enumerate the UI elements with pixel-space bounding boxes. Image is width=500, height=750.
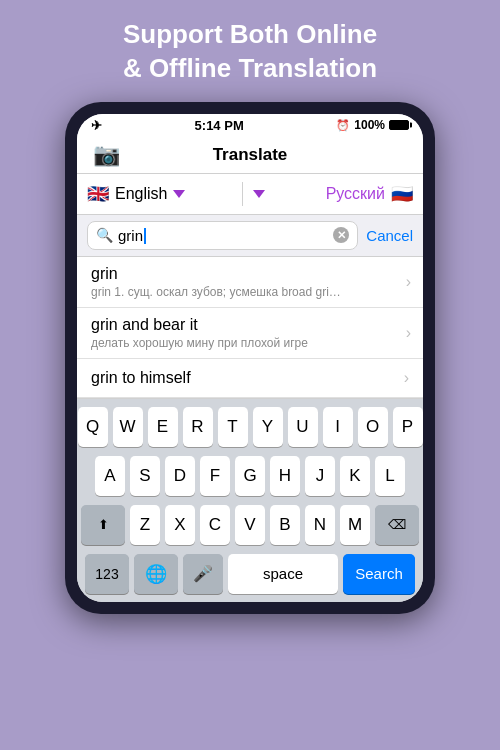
banner: Support Both Online & Offline Translatio… [0, 0, 500, 102]
key-Z[interactable]: Z [130, 505, 160, 545]
chevron-right-icon: › [406, 273, 411, 291]
alarm-icon: ⏰ [336, 119, 350, 132]
flag-english: 🇬🇧 [87, 183, 109, 205]
banner-line1: Support Both Online [20, 18, 480, 52]
key-X[interactable]: X [165, 505, 195, 545]
keyboard-row-3: ⬆ Z X C V B N M ⌫ [81, 505, 419, 545]
key-C[interactable]: C [200, 505, 230, 545]
battery-pct: 100% [354, 118, 385, 132]
lang-left[interactable]: 🇬🇧 English [87, 183, 232, 205]
language-row: 🇬🇧 English Русский 🇷🇺 [77, 174, 423, 215]
result-def: делать хорошую мину при плохой игре [91, 336, 409, 350]
key-B[interactable]: B [270, 505, 300, 545]
keyboard-bottom-row: 123 🌐 🎤 space Search [81, 554, 419, 594]
chevron-right-icon: › [404, 369, 409, 387]
key-R[interactable]: R [183, 407, 213, 447]
result-item[interactable]: grin to himself › [77, 359, 423, 398]
result-item[interactable]: grin grin 1. сущ. оскал зубов; усмешка b… [77, 257, 423, 308]
flag-russian: 🇷🇺 [391, 183, 413, 205]
status-left: ✈ [91, 118, 102, 133]
key-S[interactable]: S [130, 456, 160, 496]
key-L[interactable]: L [375, 456, 405, 496]
mic-key[interactable]: 🎤 [183, 554, 223, 594]
key-O[interactable]: O [358, 407, 388, 447]
space-key[interactable]: space [228, 554, 338, 594]
camera-icon[interactable]: 📷 [93, 142, 120, 168]
key-D[interactable]: D [165, 456, 195, 496]
chevron-right-icon: › [406, 324, 411, 342]
battery-icon [389, 120, 409, 130]
result-word: grin to himself [91, 369, 191, 387]
key-N[interactable]: N [305, 505, 335, 545]
key-I[interactable]: I [323, 407, 353, 447]
result-word: grin and bear it [91, 316, 409, 334]
key-Y[interactable]: Y [253, 407, 283, 447]
search-bar-row: 🔍 grin ✕ Cancel [77, 215, 423, 257]
airplane-icon: ✈ [91, 118, 102, 133]
cancel-button[interactable]: Cancel [366, 227, 413, 244]
nav-bar: 📷 Translate [77, 137, 423, 174]
search-icon: 🔍 [96, 227, 113, 243]
key-G[interactable]: G [235, 456, 265, 496]
lang-english-label: English [115, 185, 167, 203]
phone-screen: ✈ 5:14 PM ⏰ 100% 📷 Translate 🇬🇧 English [77, 114, 423, 602]
lang-right-dropdown[interactable] [253, 190, 265, 198]
lang-left-dropdown[interactable] [173, 190, 185, 198]
banner-line2: & Offline Translation [20, 52, 480, 86]
key-M[interactable]: M [340, 505, 370, 545]
status-bar: ✈ 5:14 PM ⏰ 100% [77, 114, 423, 137]
results-list: grin grin 1. сущ. оскал зубов; усмешка b… [77, 257, 423, 399]
key-P[interactable]: P [393, 407, 423, 447]
key-U[interactable]: U [288, 407, 318, 447]
shift-key[interactable]: ⬆ [81, 505, 125, 545]
numbers-key[interactable]: 123 [85, 554, 129, 594]
text-cursor [144, 228, 146, 244]
result-def: grin 1. сущ. оскал зубов; усмешка broad … [91, 285, 409, 299]
key-Q[interactable]: Q [78, 407, 108, 447]
clear-button[interactable]: ✕ [333, 227, 349, 243]
key-V[interactable]: V [235, 505, 265, 545]
search-query[interactable]: grin [118, 227, 328, 244]
globe-key[interactable]: 🌐 [134, 554, 178, 594]
status-right: ⏰ 100% [336, 118, 409, 132]
lang-divider [242, 182, 243, 206]
key-J[interactable]: J [305, 456, 335, 496]
lang-right[interactable]: Русский 🇷🇺 [269, 183, 414, 205]
nav-title: Translate [213, 145, 288, 165]
delete-key[interactable]: ⌫ [375, 505, 419, 545]
result-word: grin [91, 265, 409, 283]
keyboard: Q W E R T Y U I O P A S D F G H J K [77, 399, 423, 602]
result-item[interactable]: grin and bear it делать хорошую мину при… [77, 308, 423, 359]
keyboard-row-2: A S D F G H J K L [81, 456, 419, 496]
key-T[interactable]: T [218, 407, 248, 447]
key-K[interactable]: K [340, 456, 370, 496]
key-H[interactable]: H [270, 456, 300, 496]
key-E[interactable]: E [148, 407, 178, 447]
keyboard-row-1: Q W E R T Y U I O P [81, 407, 419, 447]
phone-frame: ✈ 5:14 PM ⏰ 100% 📷 Translate 🇬🇧 English [65, 102, 435, 614]
lang-russian-label: Русский [326, 185, 385, 203]
key-W[interactable]: W [113, 407, 143, 447]
status-time: 5:14 PM [195, 118, 244, 133]
search-input-wrap[interactable]: 🔍 grin ✕ [87, 221, 358, 250]
key-F[interactable]: F [200, 456, 230, 496]
search-key[interactable]: Search [343, 554, 415, 594]
key-A[interactable]: A [95, 456, 125, 496]
